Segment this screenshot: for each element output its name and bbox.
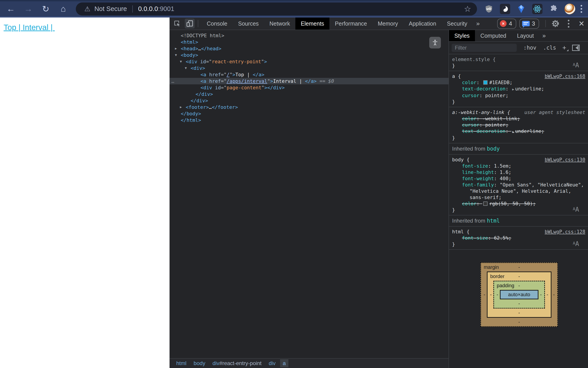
inherited-from-target[interactable]: body	[487, 146, 500, 152]
css-property-name[interactable]: cursor	[462, 93, 480, 98]
url-port[interactable]: :9001	[158, 5, 174, 13]
tab-performance[interactable]: Performance	[330, 18, 372, 30]
breadcrumb-item-div[interactable]: div#react-entry-point	[210, 359, 264, 367]
tab-network[interactable]: Network	[264, 18, 295, 30]
css-property[interactable]: line-height: 1.6;	[452, 169, 585, 175]
css-property-value[interactable]: 1.6	[500, 169, 508, 175]
box-model-margin[interactable]: margin - - border - -	[480, 262, 558, 327]
stylesheet-source-link[interactable]: bWLwgP.css:128	[545, 229, 585, 235]
css-property-value[interactable]: rgb(50, 50, 50)	[489, 201, 533, 206]
new-style-rule-button[interactable]: +	[562, 44, 566, 52]
tab-application[interactable]: Application	[403, 18, 442, 30]
breadcrumb-item-html[interactable]: html	[174, 359, 189, 367]
css-property[interactable]: font-family: "Open Sans", "HelveticaNeue…	[452, 182, 585, 201]
css-property[interactable]: cursor: pointer;	[452, 122, 585, 128]
css-property-name[interactable]: text-decoration	[462, 128, 506, 134]
react-devtools-icon[interactable]	[532, 4, 543, 14]
tree-row[interactable]: ▼<div id="react-entry-point">	[169, 58, 448, 65]
css-property-value[interactable]: underline	[515, 86, 541, 92]
inherited-from-target[interactable]: html	[487, 218, 500, 224]
settings-gear-icon[interactable]	[550, 18, 561, 29]
profile-avatar[interactable]	[564, 4, 575, 14]
tree-row[interactable]: ▼<div>	[169, 65, 448, 71]
font-settings-icon[interactable]: AA	[573, 240, 579, 248]
stylesheet-source-link[interactable]: bWLwgP.css:130	[545, 157, 585, 163]
box-model-border[interactable]: border - - padding -	[487, 272, 552, 318]
tree-row[interactable]: </div>	[169, 91, 448, 97]
css-property-name[interactable]: font-size	[462, 235, 488, 241]
toggle-hover-state-button[interactable]: :hov	[523, 45, 536, 51]
bookmark-star-icon[interactable]: ☆	[464, 4, 471, 14]
stylesheet-source-link[interactable]: bWLwgP.css:168	[545, 73, 585, 79]
issues-badge[interactable]: 3	[519, 19, 539, 29]
css-property[interactable]: font-size: 62.5%;	[452, 235, 585, 241]
devtools-menu-icon[interactable]	[563, 18, 574, 29]
css-property-value[interactable]: 1.5em	[494, 163, 508, 169]
sidebar-tab-layout[interactable]: Layout	[512, 30, 539, 41]
css-selector[interactable]: html {	[452, 229, 470, 235]
dock-sidebar-icon[interactable]	[572, 45, 580, 51]
css-property-value[interactable]: 62.5%	[494, 235, 508, 241]
css-property-name[interactable]: text-decoration	[462, 86, 506, 92]
css-property-name[interactable]: font-size	[462, 163, 488, 169]
tree-row[interactable]: </body>	[169, 110, 448, 117]
security-label[interactable]: Not Secure	[94, 5, 127, 13]
expand-value-icon[interactable]: ▶	[511, 130, 515, 134]
box-model-padding[interactable]: padding - - auto×auto	[493, 281, 545, 309]
font-settings-icon[interactable]: AA	[573, 206, 579, 213]
reload-icon[interactable]: ↻	[39, 2, 53, 16]
css-property-value[interactable]: #1EAEDB	[489, 80, 510, 85]
tree-toggle-icon[interactable]: ▼	[175, 52, 181, 58]
css-property-name[interactable]: cursor	[462, 122, 480, 128]
more-panels-icon[interactable]: »	[472, 20, 483, 27]
box-model-content[interactable]: auto×auto	[500, 290, 538, 299]
expand-value-icon[interactable]: ▶	[511, 87, 515, 91]
sidebar-tab-styles[interactable]: Styles	[449, 30, 475, 41]
tree-row[interactable]: <div id="page-content"></div>	[169, 84, 448, 91]
page-link-interval[interactable]: Interval |	[23, 23, 55, 32]
contrast-extension-icon[interactable]	[500, 4, 510, 14]
device-toolbar-icon[interactable]	[185, 19, 195, 28]
css-property-name[interactable]: color	[462, 80, 477, 85]
css-property-value[interactable]: underline	[515, 128, 541, 134]
css-property-value[interactable]: 400	[500, 176, 508, 181]
gem-extension-icon[interactable]	[516, 4, 526, 14]
tab-sources[interactable]: Sources	[233, 18, 264, 30]
tree-row[interactable]: ▶<footer>…</footer>	[169, 104, 448, 110]
css-selector[interactable]: body {	[452, 157, 470, 163]
toggle-class-button[interactable]: .cls	[543, 45, 556, 51]
tab-elements[interactable]: Elements	[295, 18, 330, 30]
inspect-element-icon[interactable]	[172, 19, 182, 28]
css-property-name[interactable]: line-height	[462, 169, 494, 175]
breadcrumb-item-div[interactable]: div	[266, 359, 278, 367]
css-property[interactable]: text-decoration: ▶underline;	[452, 86, 585, 92]
tree-row[interactable]: <a href="/">Top | </a>	[169, 71, 448, 78]
css-property-name[interactable]: color	[462, 201, 477, 206]
css-property-value[interactable]: -webkit-link	[482, 116, 517, 121]
styles-filter-input[interactable]	[452, 44, 517, 52]
tree-row[interactable]: …<a href="/apps/interval">Interval | </a…	[169, 78, 448, 84]
tab-memory[interactable]: Memory	[372, 18, 403, 30]
tree-row[interactable]: ▶<head>…</head>	[169, 45, 448, 52]
css-property[interactable]: color: -webkit-link;	[452, 116, 585, 122]
breadcrumb-item-a[interactable]: a	[280, 359, 288, 367]
css-selector[interactable]: a:-webkit-any-link {	[452, 109, 510, 116]
css-property[interactable]: color: #1EAEDB;	[452, 79, 585, 86]
ublock-origin-icon[interactable]: uO	[484, 4, 494, 14]
css-property[interactable]: color: rgb(50, 50, 50);	[452, 201, 585, 207]
tree-row[interactable]: </div>	[169, 97, 448, 104]
css-property[interactable]: font-size: 1.5em;	[452, 163, 585, 169]
extensions-puzzle-icon[interactable]	[548, 4, 559, 14]
color-swatch[interactable]	[483, 80, 488, 85]
home-icon[interactable]: ⌂	[56, 2, 70, 16]
console-errors-badge[interactable]: × 4	[497, 19, 516, 29]
sidebar-tab-computed[interactable]: Computed	[475, 30, 512, 41]
css-property-name[interactable]: color	[462, 116, 477, 121]
tree-row[interactable]: <html>	[169, 39, 448, 45]
url-host[interactable]: 0.0.0.0	[138, 5, 158, 13]
tree-row[interactable]: ▼<body>	[169, 52, 448, 58]
color-swatch[interactable]	[483, 202, 488, 206]
css-property[interactable]: text-decoration: ▶underline;	[452, 128, 585, 135]
css-property[interactable]: cursor: pointer;	[452, 92, 585, 99]
page-link-top[interactable]: Top |	[4, 23, 23, 32]
